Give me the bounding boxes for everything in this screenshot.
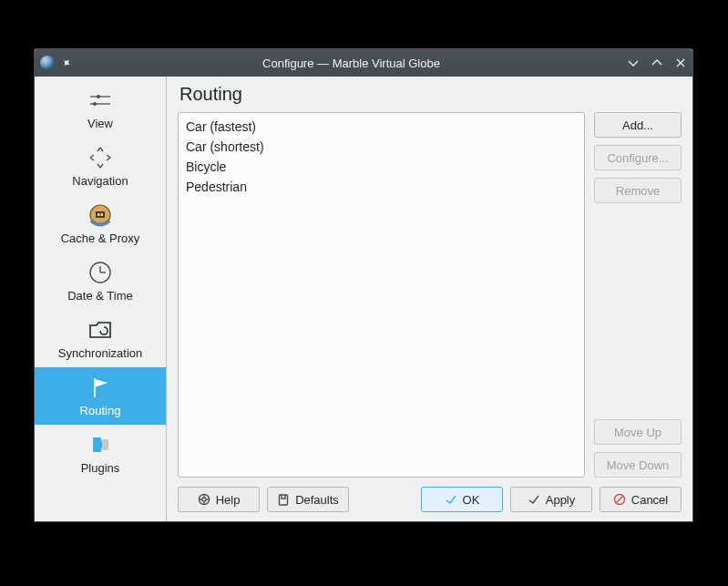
configure-button[interactable]: Configure... bbox=[594, 145, 682, 170]
sidebar-item-date-time[interactable]: Date & Time bbox=[35, 252, 166, 310]
clock-icon bbox=[87, 258, 114, 287]
defaults-button[interactable]: Defaults bbox=[267, 487, 349, 512]
sidebar-item-view[interactable]: View bbox=[35, 80, 166, 138]
apply-button[interactable]: Apply bbox=[510, 487, 592, 512]
sidebar-item-label: Navigation bbox=[72, 174, 128, 188]
sidebar-item-label: Routing bbox=[80, 404, 121, 417]
svg-point-5 bbox=[93, 102, 97, 106]
profile-actions: Add... Configure... Remove Move Up Move … bbox=[594, 112, 682, 478]
sidebar-item-synchronization[interactable]: Synchronization bbox=[35, 310, 166, 367]
move-arrows-icon bbox=[87, 143, 114, 172]
move-up-button[interactable]: Move Up bbox=[594, 419, 682, 445]
globe-helmet-icon bbox=[87, 200, 114, 230]
flag-icon bbox=[87, 373, 114, 402]
folder-sync-icon bbox=[87, 315, 114, 344]
svg-rect-23 bbox=[280, 495, 288, 505]
plugins-icon bbox=[87, 430, 114, 459]
sidebar-item-navigation[interactable]: Navigation bbox=[35, 138, 166, 195]
dialog-window: ✦ Configure — Marble Virtual Globe bbox=[34, 48, 693, 522]
sidebar-item-label: Cache & Proxy bbox=[61, 231, 140, 245]
help-button-label: Help bbox=[216, 493, 241, 507]
move-down-button[interactable]: Move Down bbox=[594, 452, 682, 478]
pin-icon[interactable]: ✦ bbox=[58, 55, 75, 72]
sidebar-item-cache-proxy[interactable]: Cache & Proxy bbox=[35, 195, 166, 252]
minimize-button[interactable] bbox=[627, 57, 640, 69]
sliders-icon bbox=[87, 86, 114, 115]
sidebar-item-label: Plugins bbox=[81, 461, 120, 475]
svg-rect-14 bbox=[93, 437, 101, 452]
sidebar-item-plugins[interactable]: Plugins bbox=[35, 425, 166, 482]
list-item[interactable]: Car (shortest) bbox=[186, 137, 577, 157]
page-title: Routing bbox=[179, 84, 682, 105]
list-item[interactable]: Bicycle bbox=[186, 157, 577, 177]
svg-rect-8 bbox=[97, 213, 100, 216]
help-button[interactable]: Help bbox=[178, 487, 260, 512]
window-title: Configure — Marble Virtual Globe bbox=[76, 57, 627, 70]
apply-button-label: Apply bbox=[546, 493, 576, 507]
titlebar[interactable]: ✦ Configure — Marble Virtual Globe bbox=[35, 49, 692, 77]
sidebar-item-routing[interactable]: Routing bbox=[35, 367, 166, 425]
ok-button[interactable]: OK bbox=[421, 487, 503, 512]
main-panel: Routing Car (fastest) Car (shortest) Bic… bbox=[167, 77, 692, 521]
close-button[interactable] bbox=[674, 57, 687, 69]
sidebar-item-label: Date & Time bbox=[67, 289, 133, 303]
maximize-button[interactable] bbox=[651, 57, 663, 69]
ok-button-label: OK bbox=[463, 493, 480, 507]
svg-point-3 bbox=[97, 95, 100, 98]
add-button[interactable]: Add... bbox=[594, 112, 682, 138]
list-item[interactable]: Pedestrian bbox=[186, 177, 577, 197]
svg-point-18 bbox=[202, 498, 206, 501]
sidebar: View Navigation bbox=[35, 77, 167, 521]
remove-button[interactable]: Remove bbox=[594, 178, 682, 203]
svg-rect-7 bbox=[96, 211, 105, 218]
sidebar-item-label: Synchronization bbox=[58, 346, 143, 360]
sidebar-item-label: View bbox=[87, 117, 113, 130]
svg-rect-9 bbox=[101, 213, 104, 216]
cancel-button[interactable]: Cancel bbox=[600, 487, 682, 512]
profiles-list[interactable]: Car (fastest) Car (shortest) Bicycle Ped… bbox=[178, 112, 585, 478]
svg-rect-15 bbox=[101, 439, 108, 450]
app-icon bbox=[40, 56, 55, 70]
defaults-button-label: Defaults bbox=[295, 493, 339, 507]
dialog-footer: Help Defaults OK Apply Cancel bbox=[178, 487, 682, 512]
cancel-button-label: Cancel bbox=[631, 493, 668, 507]
svg-rect-16 bbox=[100, 442, 102, 447]
list-item[interactable]: Car (fastest) bbox=[186, 117, 577, 137]
svg-line-25 bbox=[616, 496, 623, 503]
